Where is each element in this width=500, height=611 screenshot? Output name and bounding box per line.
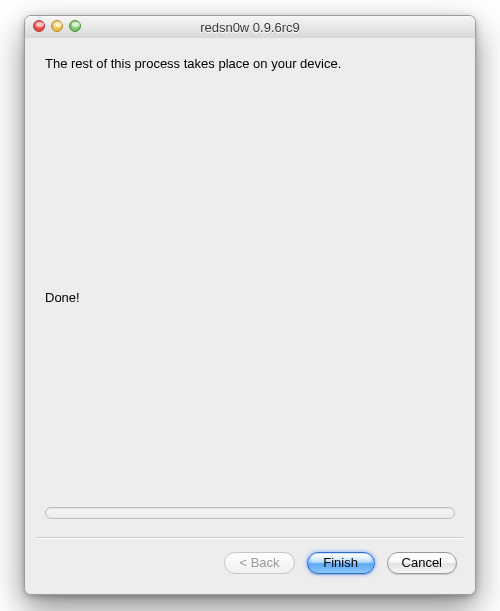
cancel-button[interactable]: Cancel xyxy=(387,552,457,574)
minimize-icon[interactable] xyxy=(51,20,63,32)
progress-bar xyxy=(45,507,455,519)
window-controls xyxy=(33,20,81,32)
zoom-icon[interactable] xyxy=(69,20,81,32)
window-title: redsn0w 0.9.6rc9 xyxy=(200,20,300,35)
back-button: < Back xyxy=(224,552,294,574)
status-text: Done! xyxy=(45,290,80,305)
finish-button-label: Finish xyxy=(323,555,358,570)
title-bar: redsn0w 0.9.6rc9 xyxy=(25,16,475,39)
back-button-label: < Back xyxy=(239,555,279,570)
finish-button[interactable]: Finish xyxy=(307,552,375,574)
app-window: redsn0w 0.9.6rc9 The rest of this proces… xyxy=(24,15,476,595)
separator xyxy=(37,537,463,539)
cancel-button-label: Cancel xyxy=(402,555,442,570)
instruction-text: The rest of this process takes place on … xyxy=(45,56,455,71)
button-row: < Back Finish Cancel xyxy=(224,552,457,574)
window-content: The rest of this process takes place on … xyxy=(25,38,475,594)
close-icon[interactable] xyxy=(33,20,45,32)
